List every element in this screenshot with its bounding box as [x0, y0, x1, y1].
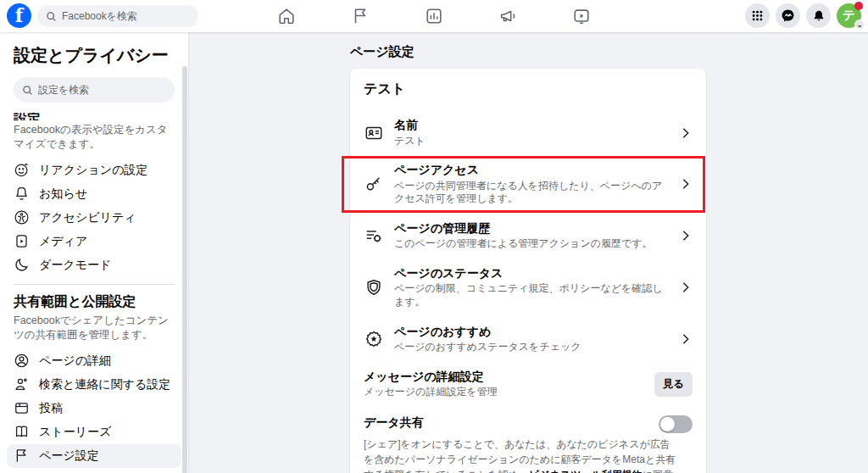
- chevron-right-icon: [679, 126, 693, 140]
- sidebar-item-label: ダークモード: [39, 258, 111, 273]
- section-header-settings-clipped: 設定: [14, 113, 175, 120]
- setting-row-admin-history[interactable]: ページの管理履歴 このページの管理者による管理アクションの履歴です。: [364, 214, 693, 259]
- id-card-icon: [364, 124, 383, 142]
- sidebar-item-label: リアクションの設定: [39, 163, 147, 178]
- section-description: Facebookの表示や設定をカスタマイズできます。: [14, 123, 175, 152]
- row-title: ページアクセス: [394, 163, 669, 178]
- row-subtitle: このページの管理者による管理アクションの履歴です。: [394, 237, 669, 251]
- section-header-audience: 共有範囲と公開設定: [14, 293, 175, 311]
- sidebar-scrollbar[interactable]: [182, 66, 187, 473]
- badge-star-icon: [364, 330, 383, 348]
- chevron-right-icon: [679, 332, 693, 346]
- messenger-icon[interactable]: [776, 3, 800, 28]
- sidebar-item-label: ストーリーズ: [39, 425, 111, 440]
- global-search[interactable]: [37, 5, 198, 27]
- activity-log-icon: [364, 226, 383, 245]
- page-settings-card: テスト 名前 テスト ページアクセス ページの共同管理者になる人を招待したり、ペ…: [350, 69, 706, 473]
- sidebar-item-label: ページの詳細: [39, 353, 111, 369]
- row-title: ページのおすすめ: [394, 325, 669, 340]
- home-icon[interactable]: [276, 6, 297, 26]
- sidebar-item-label: ページ設定: [39, 448, 99, 464]
- posts-icon: [14, 400, 30, 416]
- sidebar-item-media[interactable]: メディア: [7, 230, 181, 253]
- shield-icon: [364, 278, 383, 297]
- business-tools-terms-link[interactable]: ビジネスツール利用規約: [529, 469, 643, 473]
- setting-row-page-status[interactable]: ページのステータス ページの制限、コミュニティ規定、ポリシーなどを確認します。: [364, 259, 693, 317]
- setting-row-page-access[interactable]: ページアクセス ページの共同管理者になる人を招待したり、ページへのアクセス許可を…: [364, 155, 693, 214]
- profile-circle-icon: [14, 353, 30, 369]
- avatar-initial: テ: [843, 8, 855, 24]
- settings-search-input[interactable]: [38, 84, 157, 96]
- notification-dot: [854, 2, 863, 10]
- profile-avatar[interactable]: テ ⌄: [837, 3, 861, 28]
- data-sharing-toggle[interactable]: [659, 415, 693, 433]
- sidebar-item-search-contact[interactable]: 検索と連絡に関する設定: [7, 373, 181, 397]
- key-icon: [364, 175, 383, 193]
- row-subtitle: ページのおすすめステータスをチェック: [394, 341, 669, 354]
- row-title: 名前: [394, 118, 669, 133]
- row-subtitle: ページの制限、コミュニティ規定、ポリシーなどを確認します。: [394, 282, 669, 309]
- search-icon: [46, 11, 57, 22]
- sidebar-item-label: メディア: [39, 234, 87, 249]
- sidebar-item-page-settings[interactable]: ページ設定: [7, 444, 181, 468]
- row-title: メッセージの詳細設定: [364, 370, 644, 385]
- person-search-icon: [14, 376, 30, 392]
- settings-search[interactable]: [14, 77, 175, 103]
- video-icon[interactable]: [571, 6, 592, 26]
- sidebar-item-label: お知らせ: [39, 186, 87, 202]
- page-title: ページ設定: [350, 44, 868, 60]
- sidebar-item-label: 検索と連絡に関する設定: [39, 377, 170, 392]
- sidebar-item-reels[interactable]: リール動画: [7, 468, 181, 473]
- row-subtitle: メッセージの詳細設定を管理: [364, 386, 644, 399]
- setting-row-message-settings: メッセージの詳細設定 メッセージの詳細設定を管理 見る: [364, 362, 693, 407]
- row-title: ページのステータス: [394, 266, 669, 281]
- data-sharing-paragraph-1: [シェア]をオンにすることで、あなたは、あなたのビジネスが広告を含めたパーソナラ…: [364, 437, 677, 473]
- sidebar-divider: [14, 284, 175, 285]
- data-sharing-title: データ共有: [364, 415, 648, 431]
- search-input[interactable]: [62, 10, 181, 22]
- media-icon: [14, 233, 30, 249]
- sidebar-item-stories[interactable]: ストーリーズ: [7, 420, 181, 444]
- stories-book-icon: [14, 424, 30, 440]
- pages-flag-icon[interactable]: [350, 6, 370, 26]
- section-description: Facebookでシェアしたコンテンツの共有範囲を管理します。: [14, 314, 175, 342]
- sidebar-item-profile-details[interactable]: ページの詳細: [7, 349, 181, 373]
- top-navigation-bar: f テ ⌄: [0, 0, 868, 32]
- sidebar-item-notifications[interactable]: お知らせ: [7, 182, 181, 206]
- apps-grid-icon[interactable]: [745, 3, 770, 28]
- page-flag-icon: [14, 448, 30, 464]
- row-subtitle: テスト: [394, 135, 669, 148]
- sidebar-item-reaction-settings[interactable]: リアクションの設定: [7, 159, 181, 182]
- accessibility-icon: [14, 209, 30, 225]
- chevron-right-icon: [679, 229, 693, 242]
- row-title: ページの管理履歴: [394, 221, 669, 236]
- moon-icon: [14, 257, 30, 273]
- view-button[interactable]: 見る: [654, 372, 693, 397]
- data-sharing-header: データ共有: [364, 415, 693, 433]
- chevron-right-icon: [679, 177, 693, 191]
- setting-row-name[interactable]: 名前 テスト: [364, 110, 693, 155]
- sidebar-item-label: 投稿: [39, 401, 63, 416]
- sidebar-item-posts[interactable]: 投稿: [7, 397, 181, 420]
- chevron-down-icon: ⌄: [854, 19, 865, 30]
- sidebar-item-label: アクセシビリティ: [39, 210, 136, 225]
- settings-sidebar: 設定とプライバシー 設定 Facebookの表示や設定をカスタマイズできます。 …: [0, 32, 188, 473]
- sidebar-title: 設定とプライバシー: [14, 44, 175, 67]
- notifications-bell-icon[interactable]: [806, 3, 831, 28]
- main-content: ページ設定 テスト 名前 テスト ページアクセス ページの共同管理者になる人を招…: [188, 32, 868, 473]
- sidebar-item-accessibility[interactable]: アクセシビリティ: [7, 206, 181, 230]
- setting-row-page-recommendation[interactable]: ページのおすすめ ページのおすすめステータスをチェック: [364, 317, 693, 362]
- row-subtitle: ページの共同管理者になる人を招待したり、ページへのアクセス許可を管理します。: [394, 180, 669, 206]
- sidebar-item-dark-mode[interactable]: ダークモード: [7, 253, 181, 277]
- chevron-right-icon: [679, 281, 693, 294]
- search-icon: [22, 85, 33, 96]
- facebook-logo[interactable]: f: [7, 3, 31, 28]
- insights-icon[interactable]: [424, 6, 444, 26]
- toggle-knob: [660, 417, 675, 431]
- card-title: テスト: [364, 81, 693, 98]
- reaction-icon: [14, 162, 30, 178]
- bell-icon: [14, 186, 30, 202]
- ads-megaphone-icon[interactable]: [498, 6, 518, 26]
